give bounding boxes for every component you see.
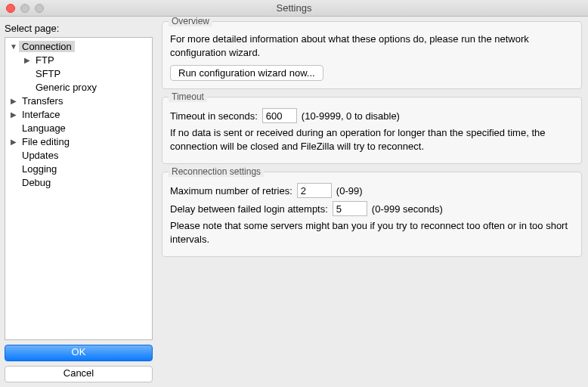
main-panel: Overview For more detailed information a… [157,17,588,387]
timeout-input[interactable] [262,108,297,123]
delay-label: Delay between failed login attempts: [170,203,328,215]
minimize-icon [20,4,29,13]
delay-input[interactable] [333,201,367,216]
tree-item-connection[interactable]: ▼ Connection [5,39,152,53]
ok-button[interactable]: OK [5,345,153,361]
timeout-hint: (10-9999, 0 to disable) [302,110,400,122]
sidebar-label: Select page: [5,23,153,34]
tree-item-transfers[interactable]: ▶ Transfers [5,94,152,107]
window-controls [0,4,44,13]
window-title: Settings [0,2,588,14]
timeout-text: If no data is sent or received during an… [170,126,574,153]
chevron-right-icon[interactable]: ▶ [8,97,19,105]
tree-item-logging[interactable]: ▶ Logging [5,162,152,175]
retries-input[interactable] [297,183,332,198]
chevron-right-icon[interactable]: ▶ [8,110,19,119]
overview-title: Overview [169,17,212,26]
page-tree[interactable]: ▼ Connection ▶ FTP ▶ SFTP ▶ Generic prox… [5,37,153,340]
reconnect-title: Reconnection settings [169,166,264,177]
reconnect-group: Reconnection settings Maximum number of … [162,172,582,257]
maximize-icon [35,4,44,13]
overview-group: Overview For more detailed information a… [162,21,582,89]
reconnect-note: Please note that some servers might ban … [170,219,574,246]
tree-item-debug[interactable]: ▶ Debug [5,175,152,189]
overview-text: For more detailed information about what… [170,33,574,59]
tree-item-updates[interactable]: ▶ Updates [5,148,152,162]
timeout-group: Timeout Timeout in seconds: (10-9999, 0 … [162,97,582,164]
retries-hint: (0-99) [336,185,363,197]
tree-item-sftp[interactable]: ▶ SFTP [5,67,152,80]
tree-item-interface[interactable]: ▶ Interface [5,107,152,121]
tree-item-file-editing[interactable]: ▶ File editing [5,135,152,148]
chevron-right-icon[interactable]: ▶ [8,138,19,146]
tree-item-ftp[interactable]: ▶ FTP [5,53,152,67]
timeout-title: Timeout [169,91,207,102]
timeout-label: Timeout in seconds: [170,110,258,122]
chevron-right-icon[interactable]: ▶ [22,56,32,64]
titlebar: Settings [0,0,588,17]
tree-item-generic-proxy[interactable]: ▶ Generic proxy [5,80,152,94]
cancel-button[interactable]: Cancel [5,366,153,382]
run-wizard-button[interactable]: Run configuration wizard now... [170,65,323,81]
chevron-down-icon[interactable]: ▼ [8,42,19,51]
sidebar: Select page: ▼ Connection ▶ FTP ▶ SFTP ▶… [0,17,157,387]
close-icon[interactable] [6,4,15,13]
tree-item-language[interactable]: ▶ Language [5,121,152,135]
retries-label: Maximum number of retries: [170,185,292,197]
delay-hint: (0-999 seconds) [372,203,443,215]
